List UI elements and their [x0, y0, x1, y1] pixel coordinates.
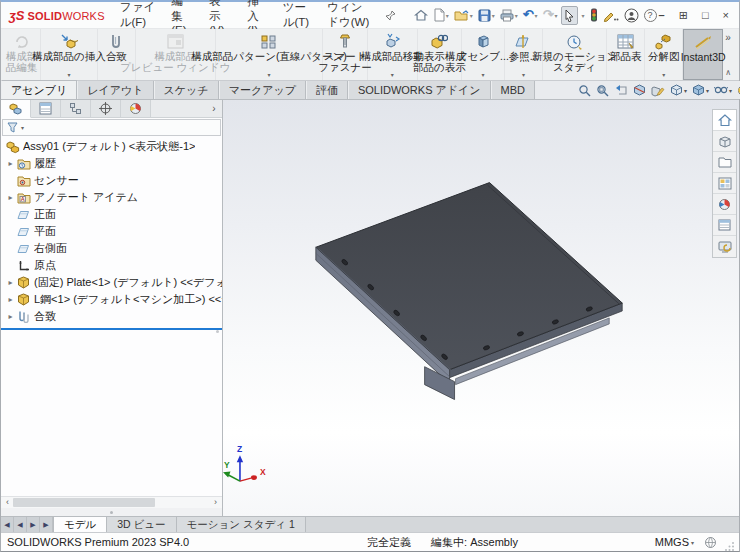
dropdown-caret-icon[interactable]: ▾ [729, 87, 732, 94]
unit-system-selector[interactable]: MMGS [655, 536, 689, 548]
maximize-button[interactable]: □ [702, 10, 709, 21]
tree-item-right-plane[interactable]: 右側面 [5, 240, 222, 257]
dimxpert-manager-tab[interactable] [91, 100, 121, 117]
panel-horizontal-scrollbar[interactable]: ‹ › [1, 496, 222, 508]
home-button[interactable] [412, 7, 430, 24]
property-manager-tab[interactable] [31, 100, 61, 117]
dropdown-caret-icon[interactable]: ▾ [706, 87, 709, 94]
ribbon-move-component-button[interactable]: 構成部品移動 ▾ [368, 29, 418, 80]
task-pane-design-library-tab[interactable] [713, 131, 736, 152]
display-style-button[interactable]: ▾ [691, 83, 710, 98]
section-view-button[interactable] [632, 83, 647, 98]
pin-menu-icon[interactable] [385, 10, 396, 21]
scroll-left-arrow[interactable]: ‹ [2, 497, 13, 508]
tab-assembly[interactable]: アセンブリ [1, 80, 77, 99]
task-pane-forum-tab[interactable] [713, 236, 736, 257]
redo-button[interactable]: ↷ ▾ [541, 7, 560, 23]
resize-grip[interactable] [725, 541, 735, 551]
dropdown-caret-icon[interactable]: ▾ [515, 12, 518, 19]
tree-item-origin[interactable]: 原点 [5, 257, 222, 274]
tree-item-l-steel[interactable]: ▸ L鋼<1> (デフォルト<マシン加工>) <<デフォルト>_表示 [5, 291, 222, 308]
ribbon-overflow-icon[interactable]: » [725, 32, 731, 43]
display-manager-tab[interactable] [121, 100, 151, 117]
ribbon-insert-components-button[interactable]: 構成部品の挿入 ▾ [41, 29, 98, 80]
expander-icon[interactable]: ▸ [5, 189, 16, 206]
task-pane-file-explorer-tab[interactable] [713, 152, 736, 173]
help-button[interactable]: ? [642, 7, 659, 24]
task-pane-view-palette-tab[interactable] [713, 173, 736, 194]
tree-root-assembly[interactable]: Assy01 (デフォルト) <表示状態-1> [1, 138, 222, 155]
save-button[interactable]: ▾ [476, 7, 497, 24]
dynamic-annotation-button[interactable] [650, 83, 666, 98]
next-tab-button[interactable]: ▶ [27, 517, 40, 532]
undo-button[interactable]: ↶ ▾ [521, 7, 540, 23]
tab-mbd[interactable]: MBD [491, 81, 535, 99]
rebuild-button[interactable] [588, 6, 600, 24]
tab-3d-views[interactable]: 3D ビュー [107, 517, 176, 532]
tree-item-top-plane[interactable]: 平面 [5, 223, 222, 240]
tab-layout[interactable]: レイアウト [77, 81, 153, 99]
ribbon-bill-of-materials-button[interactable]: 部品表 [607, 29, 645, 80]
tree-item-front-plane[interactable]: 正面 [5, 206, 222, 223]
tag-icon[interactable] [704, 536, 717, 549]
hide-show-items-button[interactable]: ▾ [713, 83, 733, 97]
dropdown-caret-icon[interactable]: ▾ [67, 72, 70, 79]
dropdown-caret-icon[interactable]: ▾ [662, 72, 665, 79]
tree-item-annotations[interactable]: ▸ A アノテート アイテム [5, 189, 222, 206]
tile-windows-button[interactable]: ⊞ [679, 10, 688, 21]
dropdown-caret-icon[interactable]: ▾ [267, 72, 270, 79]
ribbon-new-motion-study-button[interactable]: 新規のモーションスタディ [543, 29, 607, 80]
tree-item-history[interactable]: ▸ 履歴 [5, 155, 222, 172]
expander-icon[interactable]: ▸ [5, 291, 16, 308]
edit-appearance-button[interactable] [736, 83, 740, 98]
tab-sketch[interactable]: スケッチ [154, 81, 219, 99]
ribbon-instant3d-button[interactable]: Instant3D [683, 29, 723, 80]
dropdown-caret-icon[interactable]: ▾ [492, 12, 495, 19]
minimize-button[interactable]: – [659, 10, 665, 21]
dropdown-caret-icon[interactable]: ▾ [691, 539, 694, 546]
ribbon-component-pattern-button[interactable]: 構成部品パターン(直線パターン) ▾ [216, 29, 324, 80]
ribbon-show-hidden-components-button[interactable]: 非表示構成部品の表示 [418, 29, 462, 80]
ribbon-exploded-view-button[interactable]: 分解図 ▾ [645, 29, 683, 80]
graphics-area[interactable]: Z Y X [223, 100, 739, 516]
dropdown-caret-icon[interactable]: ▾ [391, 72, 394, 79]
scroll-right-arrow[interactable]: › [210, 497, 221, 508]
select-tool-button[interactable] [561, 6, 578, 25]
close-button[interactable]: × [723, 10, 729, 21]
scrollbar-track[interactable] [13, 498, 210, 507]
task-pane-home-tab[interactable] [713, 110, 736, 131]
ribbon-assembly-features-button[interactable]: アセンブ... ▾ [462, 29, 505, 80]
dropdown-caret-icon[interactable]: ▾ [21, 124, 24, 131]
zoom-to-fit-button[interactable] [577, 83, 592, 98]
expander-icon[interactable]: ▸ [5, 308, 16, 325]
expander-icon[interactable]: ▸ [5, 274, 16, 291]
first-tab-button[interactable]: ◀ [1, 517, 14, 532]
dropdown-caret-icon[interactable]: ▾ [535, 12, 538, 19]
tab-motion-study-1[interactable]: モーション スタディ 1 [177, 517, 306, 532]
model-viewport[interactable]: Z Y X [223, 100, 739, 516]
dropdown-caret-icon[interactable]: ▾ [470, 12, 473, 19]
rollback-bar[interactable] [1, 328, 222, 330]
tree-filter[interactable]: ▾ [2, 119, 221, 136]
select-caret[interactable]: ▾ [579, 10, 587, 21]
task-pane-custom-properties-tab[interactable] [713, 215, 736, 236]
dropdown-caret-icon[interactable]: ▾ [555, 12, 558, 19]
tab-model[interactable]: モデル [54, 517, 107, 532]
tab-evaluate[interactable]: 評価 [306, 81, 348, 99]
ribbon-collapse-icon[interactable]: ∧ [725, 68, 731, 77]
prev-tab-button[interactable]: ◀ [14, 517, 27, 532]
configuration-manager-tab[interactable] [61, 100, 91, 117]
print-button[interactable]: ▾ [498, 7, 520, 24]
task-pane-appearances-tab[interactable] [713, 194, 736, 215]
options-button[interactable] [601, 7, 621, 24]
tab-solidworks-addins[interactable]: SOLIDWORKS アドイン [348, 81, 491, 99]
previous-view-button[interactable] [613, 83, 629, 97]
feature-manager-tab[interactable] [1, 100, 31, 118]
tab-markup[interactable]: マークアップ [219, 81, 306, 99]
dropdown-caret-icon[interactable]: ▾ [481, 72, 484, 79]
scrollbar-thumb[interactable] [13, 498, 155, 507]
zoom-to-area-button[interactable] [595, 83, 610, 98]
last-tab-button[interactable]: ▶ [40, 517, 53, 532]
tree-item-plate[interactable]: ▸ (固定) Plate<1> (デフォルト) <<デフォルト>_表示状 [5, 274, 222, 291]
dropdown-caret-icon[interactable]: ▾ [446, 12, 449, 19]
